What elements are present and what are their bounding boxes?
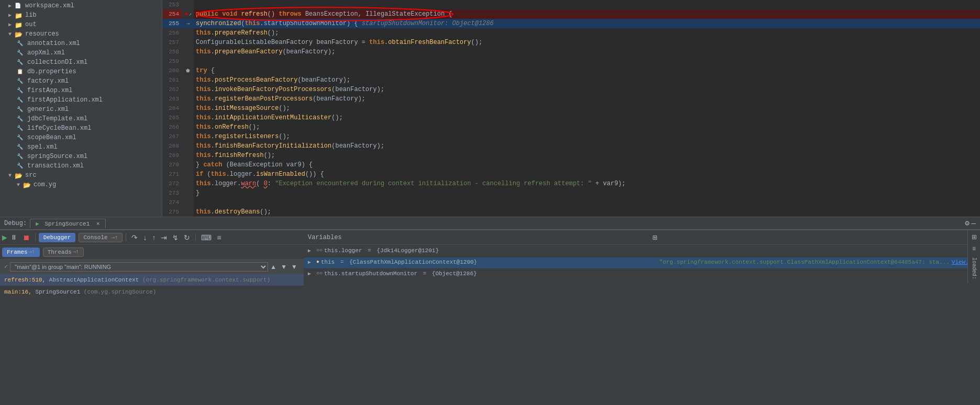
tree-item-springsource[interactable]: 🔧 springSource.xml <box>0 152 162 161</box>
frame-item-1[interactable]: main:16, SpringSource1 (com.yg.springSou… <box>0 286 304 298</box>
step-over-button[interactable]: ↷ <box>129 232 140 243</box>
line-gutter <box>182 122 194 132</box>
debug-tab-close[interactable]: × <box>96 221 100 227</box>
var-expand-icon[interactable]: ▶ <box>308 248 316 254</box>
side-collapse-button[interactable]: ≡ <box>969 244 979 253</box>
code-content[interactable]: this.initMessageSource(); <box>194 104 980 113</box>
debug-bar: Debug: ▶ SpringSource1 × ⚙ — <box>0 217 980 230</box>
line-gutter <box>182 170 194 179</box>
tree-item-comyg[interactable]: ▼ 📂 com.yg <box>0 180 162 189</box>
pin-icon[interactable]: — <box>972 219 976 228</box>
code-content[interactable]: this.registerListeners(); <box>194 132 980 141</box>
var-name: this.logger <box>324 248 362 254</box>
frames-tab[interactable]: Frames →↑ <box>2 248 40 257</box>
tree-item-jdbctemplate[interactable]: 🔧 jdbcTemplate.xml <box>0 114 162 123</box>
threads-tab[interactable]: Threads →↑ <box>43 248 84 257</box>
code-content[interactable]: if (this.logger.isWarnEnabled()) { <box>194 170 980 179</box>
code-content[interactable]: public void refresh() throws BeansExcept… <box>194 9 980 19</box>
tree-item-collectiondi[interactable]: 🔧 collectionDI.xml <box>0 58 162 67</box>
line-gutter <box>182 94 194 104</box>
var-expand-icon[interactable]: ▶ <box>308 271 316 277</box>
thread-select-dropdown[interactable]: "main"@1 in group "main": RUNNING <box>10 262 268 272</box>
force-step-over-button[interactable]: ↻ <box>182 232 192 243</box>
debug-tab-icon: ▶ <box>36 221 39 227</box>
settings-icon[interactable]: ⚙ <box>965 219 969 228</box>
code-content[interactable]: this.postProcessBeanFactory(beanFactory)… <box>194 75 980 85</box>
var-value: {Jdk14Logger@1201} <box>376 248 976 254</box>
step-out-button[interactable]: ↑ <box>150 232 158 243</box>
code-content[interactable]: this.logger.warn( 0: "Exception encounte… <box>194 179 980 188</box>
code-line-262: 262 this.invokeBeanFactoryPostProcessors… <box>162 85 980 94</box>
variables-expand-button[interactable]: ⊞ <box>651 233 659 242</box>
variables-header: Variables ⊞ ⚙ <box>304 230 980 245</box>
tree-item-generic[interactable]: 🔧 generic.xml <box>0 105 162 114</box>
evaluate-button[interactable]: ⌨ <box>199 232 214 243</box>
tree-item-resources[interactable]: ▼ 📂 resources <box>0 29 162 39</box>
tree-item-scopebean[interactable]: 🔧 scopeBean.xml <box>0 133 162 142</box>
line-gutter: → <box>182 19 194 28</box>
code-content[interactable]: this.invokeBeanFactoryPostProcessors(bea… <box>194 85 980 94</box>
var-item-logger[interactable]: ▶ ○○ this.logger = {Jdk14Logger@1201} <box>304 246 980 257</box>
line-number: 275 <box>162 207 182 217</box>
tree-item-spel[interactable]: 🔧 spel.xml <box>0 142 162 152</box>
tree-arrow: ▶ <box>8 3 15 9</box>
tree-item-dbprops[interactable]: 📋 db.properties <box>0 67 162 76</box>
tree-item-lifecycle[interactable]: 🔧 lifeCycleBean.xml <box>0 123 162 133</box>
debug-tab-springsource[interactable]: ▶ SpringSource1 × <box>30 219 105 228</box>
line-number: 267 <box>162 132 182 141</box>
var-item-this[interactable]: ▶ ● this = {ClassPathXmlApplicationConte… <box>304 257 980 269</box>
stop-button[interactable]: ⏹ <box>20 232 32 243</box>
code-content[interactable]: } <box>194 188 980 198</box>
xml-icon: 🔧 <box>17 59 25 65</box>
tree-item-label: factory.xml <box>27 77 69 85</box>
code-content[interactable]: synchronized(this.startupShutdownMonitor… <box>194 19 980 28</box>
code-content[interactable]: this.finishBeanFactoryInitialization(bea… <box>194 141 980 151</box>
code-content[interactable]: this.prepareRefresh(); <box>194 28 980 38</box>
tree-item-factory[interactable]: 🔧 factory.xml <box>0 76 162 86</box>
code-line-271: 271 if (this.logger.isWarnEnabled()) { <box>162 170 980 179</box>
pause-button[interactable]: ⏸ <box>8 232 19 242</box>
resume-button[interactable]: ▶ <box>2 232 7 243</box>
line-number: 271 <box>162 170 182 179</box>
code-content[interactable]: this.destroyBeans(); <box>194 207 980 217</box>
code-editor: 253 254 ● ↗ public void refr <box>162 0 980 217</box>
code-line-264: 264 this.initMessageSource(); <box>162 104 980 113</box>
run-to-cursor-button[interactable]: ⇥ <box>159 232 169 243</box>
code-content[interactable]: } catch (BeansException var9) { <box>194 160 980 170</box>
tree-item-src[interactable]: ▼ 📂 src <box>0 171 162 180</box>
force-step-button[interactable]: ↯ <box>170 232 181 243</box>
tree-item-transaction[interactable]: 🔧 transaction.xml <box>0 161 162 171</box>
loaded-text: loaded: <box>969 255 979 282</box>
tree-item-label: transaction.xml <box>27 162 84 170</box>
tree-item-out[interactable]: ▶ 📁 out <box>0 20 162 29</box>
code-content[interactable]: this.onRefresh(); <box>194 122 980 132</box>
var-expand-icon[interactable]: ▶ <box>308 259 316 265</box>
tree-item-firstapp[interactable]: 🔧 firstApplication.xml <box>0 95 162 105</box>
code-content[interactable]: this.finishRefresh(); <box>194 151 980 160</box>
trace-button[interactable]: ≡ <box>215 232 223 243</box>
tree-item-annotation[interactable]: 🔧 annotation.xml <box>0 39 162 48</box>
tree-item-label: resources <box>25 30 59 38</box>
tree-item-aopxml[interactable]: 🔧 aopXml.xml <box>0 48 162 58</box>
thread-next-button[interactable]: ▼ <box>279 262 289 272</box>
code-content[interactable]: ConfigurableListableBeanFactory beanFact… <box>194 38 980 47</box>
tree-item-firstaop[interactable]: 🔧 firstAop.xml <box>0 86 162 95</box>
thread-prev-button[interactable]: ▲ <box>268 262 279 272</box>
frame-item-0[interactable]: refresh:510, AbstractApplicationContext … <box>0 274 304 286</box>
var-item-monitor[interactable]: ▶ ○○ this.startupShutdownMonitor = {Obje… <box>304 269 980 280</box>
code-content[interactable]: this.prepareBeanFactory(beanFactory); <box>194 47 980 57</box>
tree-item-lib[interactable]: ▶ 📁 lib <box>0 10 162 20</box>
debugger-tab[interactable]: Debugger <box>39 233 76 242</box>
tree-item-workspace[interactable]: ▶ 📄 workspace.xml <box>0 1 162 10</box>
line-number: 256 <box>162 28 182 38</box>
code-content[interactable]: this.registerBeanPostProcessors(beanFact… <box>194 94 980 104</box>
step-into-button[interactable]: ↓ <box>141 232 149 243</box>
thread-filter-button[interactable]: ▼ <box>289 262 299 272</box>
xml-icon: 🔧 <box>17 78 25 84</box>
line-gutter <box>182 160 194 170</box>
code-content[interactable]: try { <box>194 66 980 75</box>
console-tab[interactable]: Console →↑ <box>79 233 122 242</box>
code-content[interactable]: this.initApplicationEventMulticaster(); <box>194 113 980 122</box>
code-line-272: 272 this.logger.warn( 0: "Exception enco… <box>162 179 980 188</box>
side-expand-button[interactable]: ⊞ <box>969 232 979 242</box>
